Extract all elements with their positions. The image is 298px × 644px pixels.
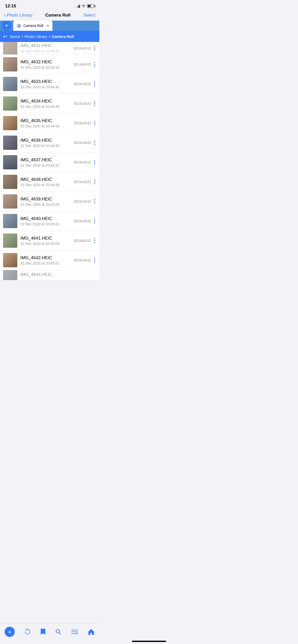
file-name: IMG_4637.HEIC <box>20 157 74 163</box>
file-thumbnail <box>3 214 17 228</box>
file-info: IMG_4637.HEIC 31 Dec 2020 at 20:44:57 <box>20 157 74 167</box>
file-info: IMG_4640.HEIC 31 Dec 2020 at 20:45:01 <box>20 216 74 226</box>
tab-close-icon[interactable]: ✕ <box>46 24 49 28</box>
file-more-button[interactable] <box>93 159 96 166</box>
active-tab[interactable]: ⚙️ Camera Roll ✕ <box>13 21 52 31</box>
file-size: 3024x4032 <box>74 101 91 106</box>
file-name: IMG_4636.HEIC <box>20 138 74 143</box>
file-date: 31 Dec 2020 at 20:44:57 <box>20 163 74 167</box>
back-label[interactable]: Photo Library <box>7 13 33 18</box>
file-info: IMG_4635.HEIC 31 Dec 2020 at 20:44:54 <box>20 118 74 128</box>
file-date: 31 Dec 2020 at 20:44:42 <box>20 85 74 89</box>
file-row[interactable]: IMG_4633.HEIC 31 Dec 2020 at 20:44:42 30… <box>0 74 99 94</box>
file-more-button[interactable] <box>93 198 96 205</box>
file-thumbnail <box>3 194 17 209</box>
file-size: 3024x4032 <box>74 62 91 66</box>
file-size: 3024x4032 <box>74 141 91 145</box>
file-date: 31 Dec 2020 at 20:44:45 <box>20 105 74 109</box>
breadcrumb-chevron-1: › <box>22 34 23 39</box>
breadcrumb-camera-roll[interactable]: Camera Roll <box>52 34 74 39</box>
file-more-button[interactable] <box>93 61 96 68</box>
file-thumbnail <box>3 96 17 111</box>
breadcrumb-home[interactable]: Home <box>10 34 20 39</box>
file-row[interactable]: IMG_4632.HEIC 31 Dec 2020 at 20:44:31 30… <box>0 55 99 74</box>
file-info: IMG_4634.HEIC 31 Dec 2020 at 20:44:45 <box>20 99 74 109</box>
file-more-button[interactable] <box>93 100 96 107</box>
file-more-partial[interactable] <box>93 45 96 52</box>
page-title: Camera Roll <box>45 13 71 18</box>
file-name: IMG_4634.HEIC <box>20 99 74 104</box>
wifi-icon <box>82 5 86 8</box>
file-info: IMG_4636.HEIC 31 Dec 2020 at 20:44:55 <box>20 138 74 148</box>
back-button[interactable]: ‹ Photo Library <box>4 12 33 18</box>
file-date: 31 Dec 2020 at 20:44:55 <box>20 144 74 148</box>
plus-icon: + <box>5 23 8 28</box>
signal-icon <box>75 4 80 8</box>
breadcrumb-chevron-2: › <box>49 34 50 39</box>
file-date: 31 Dec 2020 at 20:45:00 <box>20 202 74 207</box>
file-row[interactable]: IMG_4641.HEIC 31 Dec 2020 at 20:45:03 30… <box>0 231 99 251</box>
file-name: IMG_4641.HEIC <box>20 236 74 241</box>
breadcrumb-bar: ↩ Home › Photo Library › Camera Roll <box>0 31 99 42</box>
file-info: IMG_4632.HEIC 31 Dec 2020 at 20:44:31 <box>20 60 74 69</box>
file-thumbnail <box>3 116 17 130</box>
file-more-button[interactable] <box>93 179 96 185</box>
file-row[interactable]: IMG_4640.HEIC 31 Dec 2020 at 20:45:01 30… <box>0 211 99 231</box>
file-thumbnail <box>3 57 17 71</box>
file-date-partial: 31 Dec 2020 at 20:44:15 <box>20 49 74 53</box>
file-list: IMG_4631.HEIC 31 Dec 2020 at 20:44:15 30… <box>0 42 99 306</box>
file-more-button[interactable] <box>93 237 96 244</box>
new-tab-button[interactable]: + <box>2 21 11 30</box>
file-date: 31 Dec 2020 at 20:46:02 <box>20 261 74 265</box>
file-name: IMG_4633.HEIC <box>20 79 74 84</box>
file-more-button[interactable] <box>93 257 96 264</box>
file-name: IMG_4635.HEIC <box>20 118 74 123</box>
file-name: IMG_4640.HEIC <box>20 216 74 221</box>
file-size: 3024x4032 <box>74 121 91 125</box>
file-name-partial: IMG_4631.HEIC <box>20 43 74 48</box>
status-time: 12:15 <box>5 4 16 9</box>
file-info: IMG_4639.HEIC 31 Dec 2020 at 20:45:00 <box>20 197 74 207</box>
file-more-button[interactable] <box>93 139 96 146</box>
file-thumbnail-partial <box>3 42 17 55</box>
file-info: IMG_4642.HEIC 31 Dec 2020 at 20:46:02 <box>20 255 74 265</box>
file-info-partial: IMG_4631.HEIC 31 Dec 2020 at 20:44:15 <box>20 43 74 53</box>
file-name: IMG_4642.HEIC <box>20 255 74 260</box>
file-name: IMG_4632.HEIC <box>20 60 74 65</box>
breadcrumb-photo-library[interactable]: Photo Library <box>24 34 47 39</box>
status-icons: 39 <box>75 4 94 8</box>
file-name-11: IMG_4643.HEIC <box>20 272 96 277</box>
file-more-button[interactable] <box>93 120 96 126</box>
file-size: 3024x4032 <box>74 180 91 184</box>
history-icon[interactable]: ↩ <box>3 33 7 39</box>
file-more-button[interactable] <box>93 81 96 87</box>
file-thumbnail <box>3 175 17 189</box>
file-row[interactable]: IMG_4634.HEIC 31 Dec 2020 at 20:44:45 30… <box>0 94 99 113</box>
file-row[interactable]: IMG_4635.HEIC 31 Dec 2020 at 20:44:54 30… <box>0 113 99 133</box>
file-date: 31 Dec 2020 at 20:45:03 <box>20 242 74 246</box>
file-more-button[interactable] <box>93 218 96 224</box>
nav-bar: ‹ Photo Library Camera Roll Select <box>0 10 99 21</box>
tab-label: Camera Roll <box>23 24 43 28</box>
file-date: 31 Dec 2020 at 20:45:01 <box>20 222 74 226</box>
file-row-partial-bottom[interactable]: IMG_4643.HEIC <box>0 270 99 280</box>
tab-bar: + ⚙️ Camera Roll ✕ <box>0 21 99 31</box>
file-date: 31 Dec 2020 at 20:44:54 <box>20 124 74 128</box>
file-row-partial[interactable]: IMG_4631.HEIC 31 Dec 2020 at 20:44:15 30… <box>0 42 99 55</box>
file-row[interactable]: IMG_4642.HEIC 31 Dec 2020 at 20:46:02 30… <box>0 251 99 270</box>
file-info: IMG_4641.HEIC 31 Dec 2020 at 20:45:03 <box>20 236 74 246</box>
file-row[interactable]: IMG_4638.HEIC 31 Dec 2020 at 20:44:58 30… <box>0 172 99 192</box>
file-size-partial: 3024x4032 <box>74 46 91 50</box>
file-thumbnail <box>3 253 17 267</box>
file-row[interactable]: IMG_4636.HEIC 31 Dec 2020 at 20:44:55 30… <box>0 133 99 153</box>
file-thumbnail <box>3 77 17 91</box>
battery-icon: 39 <box>87 4 94 8</box>
file-thumbnail-11 <box>3 270 17 280</box>
file-row[interactable]: IMG_4639.HEIC 31 Dec 2020 at 20:45:00 30… <box>0 192 99 211</box>
file-date: 31 Dec 2020 at 20:44:31 <box>20 65 74 69</box>
file-row[interactable]: IMG_4637.HEIC 31 Dec 2020 at 20:44:57 30… <box>0 153 99 172</box>
file-thumbnail <box>3 136 17 150</box>
file-thumbnail <box>3 155 17 169</box>
select-button[interactable]: Select <box>83 13 95 18</box>
file-name: IMG_4638.HEIC <box>20 177 74 182</box>
